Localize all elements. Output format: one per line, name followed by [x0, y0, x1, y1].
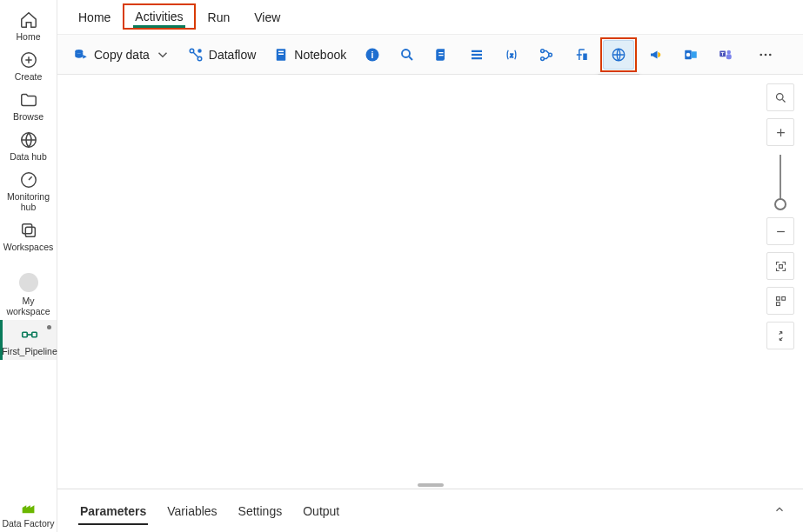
- bottom-tab-settings[interactable]: Settings: [228, 489, 293, 532]
- invoke-pipeline-button[interactable]: [531, 40, 562, 70]
- notebook-label: Notebook: [294, 48, 346, 62]
- svg-point-33: [760, 53, 763, 56]
- zoom-in-button[interactable]: [766, 118, 794, 146]
- web-activity-button[interactable]: [603, 40, 634, 70]
- script-activity-button[interactable]: [426, 40, 458, 70]
- zoom-out-button[interactable]: [766, 217, 794, 245]
- tab-home[interactable]: Home: [66, 0, 123, 34]
- pipeline-canvas[interactable]: [57, 75, 803, 489]
- left-nav-rail: Home Create Browse Data hub Monitoring h…: [0, 0, 57, 532]
- notebook-button[interactable]: Notebook: [266, 40, 353, 70]
- stored-procedure-button[interactable]: [461, 40, 492, 70]
- svg-point-21: [541, 49, 545, 52]
- nav-product-switcher[interactable]: Data Factory: [0, 492, 57, 532]
- fullscreen-button[interactable]: [766, 322, 794, 349]
- nav-my-workspace-label: My workspace: [0, 296, 57, 316]
- web-activity-highlight: Web: [600, 37, 637, 72]
- ellipsis-icon: [758, 47, 773, 63]
- nav-create[interactable]: Create: [0, 45, 57, 85]
- dataflow-button[interactable]: Dataflow: [181, 40, 263, 70]
- tab-activities[interactable]: Activities: [123, 3, 195, 30]
- svg-text:x: x: [509, 51, 513, 59]
- svg-rect-3: [22, 224, 31, 234]
- nav-monitoring[interactable]: Monitoring hub: [0, 165, 57, 216]
- svg-rect-5: [23, 332, 28, 337]
- svg-rect-32: [726, 54, 732, 59]
- dataflow-icon: [188, 47, 204, 63]
- tab-run[interactable]: Run: [196, 0, 243, 34]
- bottom-tab-variables[interactable]: Variables: [157, 489, 227, 532]
- nav-workspaces[interactable]: Workspaces: [0, 216, 57, 256]
- ribbon-tabs: Home Activities Run View: [57, 0, 803, 35]
- svg-point-31: [727, 50, 732, 54]
- svg-rect-17: [472, 50, 482, 51]
- pipeline-icon: [20, 325, 39, 344]
- svg-point-36: [776, 93, 783, 100]
- svg-rect-24: [583, 53, 587, 60]
- copy-data-icon: [73, 47, 89, 63]
- more-activities-button[interactable]: [750, 40, 781, 70]
- svg-point-16: [402, 50, 410, 57]
- svg-point-34: [765, 53, 767, 56]
- bottom-panel: Parameters Variables Settings Output: [57, 489, 803, 532]
- svg-point-22: [541, 57, 545, 60]
- nav-datahub[interactable]: Data hub: [0, 125, 57, 165]
- svg-text:T: T: [721, 50, 725, 56]
- fit-screen-icon: [774, 260, 787, 273]
- zoom-slider-thumb[interactable]: [774, 198, 786, 210]
- svg-rect-38: [776, 296, 780, 300]
- nav-product-label: Data Factory: [2, 518, 54, 529]
- search-icon: [399, 47, 415, 63]
- svg-rect-4: [25, 227, 35, 236]
- nav-home-label: Home: [16, 31, 40, 42]
- collapse-arrows-icon: [774, 329, 787, 342]
- variable-icon: x: [504, 47, 519, 63]
- activities-toolbar: Copy data Dataflow Notebook i: [57, 35, 803, 75]
- zoom-fit-button[interactable]: [766, 252, 794, 280]
- canvas-tools: [766, 83, 794, 349]
- nav-home[interactable]: Home: [0, 5, 57, 45]
- unsaved-indicator-icon: [47, 325, 51, 329]
- webhook-activity-button[interactable]: [640, 40, 672, 70]
- set-variable-button[interactable]: x: [496, 40, 527, 70]
- bottom-tab-parameters[interactable]: Parameters: [70, 489, 157, 532]
- nav-workspaces-label: Workspaces: [3, 242, 54, 252]
- zoom-slider[interactable]: [780, 155, 781, 209]
- copy-data-label: Copy data: [94, 48, 150, 62]
- copy-data-button[interactable]: Copy data: [66, 40, 177, 70]
- grid-icon: [774, 295, 787, 308]
- auto-align-button[interactable]: [766, 287, 794, 315]
- lookup-activity-button[interactable]: i: [357, 40, 388, 70]
- nav-my-workspace[interactable]: My workspace: [0, 268, 57, 320]
- nav-browse-label: Browse: [13, 111, 43, 122]
- pipeline-branch-icon: [539, 47, 554, 63]
- svg-rect-6: [32, 332, 37, 337]
- data-factory-icon: [19, 497, 38, 516]
- azure-function-button[interactable]: [565, 40, 597, 70]
- svg-point-23: [549, 53, 552, 57]
- workspaces-icon: [19, 221, 38, 240]
- function-icon: [573, 47, 589, 63]
- nav-browse[interactable]: Browse: [0, 85, 57, 125]
- folder-icon: [19, 90, 38, 110]
- bottom-tab-output[interactable]: Output: [292, 489, 350, 532]
- notebook-icon: [273, 47, 289, 63]
- teams-icon: T: [718, 47, 733, 63]
- nav-monitoring-label: Monitoring hub: [0, 191, 57, 212]
- tab-view[interactable]: View: [242, 0, 292, 34]
- panel-resize-handle[interactable]: [418, 483, 444, 487]
- nav-create-label: Create: [15, 71, 43, 82]
- svg-point-35: [769, 53, 772, 56]
- chevron-down-icon: [155, 47, 171, 63]
- get-metadata-activity-button[interactable]: [391, 40, 423, 70]
- script-icon: [434, 47, 450, 63]
- panel-collapse-button[interactable]: [768, 498, 791, 523]
- office365-activity-button[interactable]: [675, 40, 706, 70]
- svg-rect-39: [781, 296, 785, 300]
- canvas-search-button[interactable]: [766, 83, 794, 111]
- teams-activity-button[interactable]: T: [710, 40, 741, 70]
- nav-pipeline-label: First_Pipeline: [2, 346, 57, 356]
- main-area: Home Activities Run View Copy data Dataf…: [57, 0, 803, 532]
- svg-rect-27: [692, 51, 697, 58]
- svg-text:i: i: [371, 49, 374, 59]
